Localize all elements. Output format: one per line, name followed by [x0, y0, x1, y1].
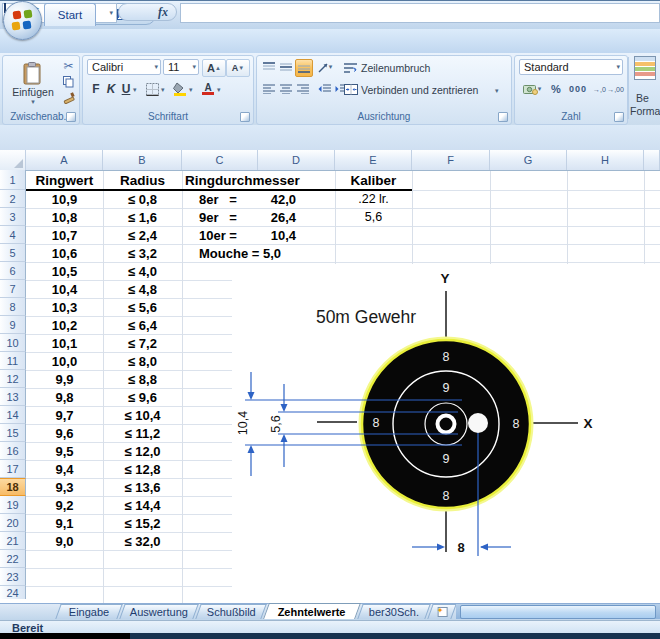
cell-radius[interactable]: ≤ 12,8 [103, 462, 182, 477]
cell-ringwert[interactable]: 9,6 [26, 426, 103, 441]
office-button[interactable] [3, 1, 42, 40]
copy-icon[interactable] [61, 75, 76, 89]
row-header[interactable]: 23 [0, 568, 26, 586]
select-all-corner[interactable] [0, 150, 26, 170]
cell-radius[interactable]: ≤ 14,4 [103, 498, 182, 513]
cell-radius[interactable]: ≤ 8,8 [103, 372, 182, 387]
row-header[interactable]: 2 [0, 190, 26, 208]
underline-dropdown-icon[interactable]: ▾ [133, 86, 137, 94]
alignment-dialog-launcher-icon[interactable] [498, 112, 508, 122]
cell-radius[interactable]: ≤ 6,4 [103, 318, 182, 333]
cell-ringwert[interactable]: 10,6 [26, 246, 103, 261]
worksheet-grid[interactable]: A B C D E F G H 1 2 3 4 5 6 7 8 9 10 11 … [0, 150, 660, 603]
header-ringwert[interactable]: Ringwert [26, 173, 103, 188]
align-right-icon[interactable] [295, 81, 311, 97]
row-header[interactable]: 11 [0, 352, 26, 370]
row-header[interactable]: 24 [0, 586, 26, 599]
merge-center-dropdown-icon[interactable]: ▾ [495, 87, 499, 95]
percent-button[interactable]: % [548, 81, 564, 97]
currency-button[interactable]: ▾ [519, 81, 545, 97]
cell-ringwert[interactable]: 10,9 [26, 192, 103, 207]
horizontal-scrollbar[interactable] [456, 604, 660, 619]
row-header[interactable]: 1 [0, 170, 26, 190]
merge-center-icon[interactable] [343, 82, 358, 96]
target-chart-object[interactable]: 50m Gewehr Y X 8 8 8 8 9 9 [232, 264, 660, 603]
align-left-icon[interactable] [261, 81, 277, 97]
cell-radius[interactable]: ≤ 32,0 [103, 534, 182, 549]
column-header-h[interactable]: H [567, 150, 644, 170]
column-header-d[interactable]: D [258, 150, 335, 170]
grow-font-button[interactable]: A▲ [202, 59, 226, 77]
wrap-text-label[interactable]: Zeilenumbruch [361, 62, 430, 74]
column-header-b[interactable]: B [103, 150, 182, 170]
borders-dropdown-icon[interactable]: ▾ [161, 86, 165, 94]
cell-radius[interactable]: ≤ 7,2 [103, 336, 182, 351]
cell-ringwert[interactable]: 9,0 [26, 534, 103, 549]
fill-color-dropdown-icon[interactable]: ▾ [189, 86, 193, 94]
cell-kaliber[interactable]: .22 lr. [335, 192, 412, 206]
paste-button[interactable]: Einfügen ▾ [6, 58, 60, 110]
column-header-f[interactable]: F [412, 150, 490, 170]
cell-radius[interactable]: ≤ 13,6 [103, 480, 182, 495]
table-row[interactable]: 10,8 ≤ 1,6 9er =26,4 5,6 [26, 208, 660, 226]
cell-ringwert[interactable]: 10,2 [26, 318, 103, 333]
format-painter-icon[interactable] [61, 91, 76, 105]
align-center-icon[interactable] [278, 81, 294, 97]
cut-icon[interactable]: ✂ [61, 59, 76, 73]
row-header[interactable]: 14 [0, 406, 26, 424]
row-header[interactable]: 19 [0, 496, 26, 514]
cell-radius[interactable]: ≤ 0,8 [103, 192, 182, 207]
header-radius[interactable]: Radius [103, 173, 182, 188]
row-header[interactable]: 17 [0, 460, 26, 478]
cell-ringwert[interactable]: 10,4 [26, 282, 103, 297]
cell-ringwert[interactable]: 10,3 [26, 300, 103, 315]
cell-ringdurchmesser[interactable]: 9er =26,4 [182, 210, 335, 225]
align-top-icon[interactable] [261, 59, 277, 75]
conditional-formatting-label-line1[interactable]: Be [636, 92, 649, 104]
row-header[interactable]: 22 [0, 550, 26, 568]
cell-ringwert[interactable]: 10,5 [26, 264, 103, 279]
row-header[interactable]: 4 [0, 226, 26, 244]
column-header-a[interactable]: A [26, 150, 103, 170]
table-row[interactable]: 10,9 ≤ 0,8 8er =42,0 .22 lr. [26, 190, 660, 208]
thousands-separator-button[interactable]: 000 [566, 81, 590, 97]
decrease-indent-icon[interactable] [316, 81, 332, 97]
cell-radius[interactable]: ≤ 9,6 [103, 390, 182, 405]
table-row[interactable]: 10,7 ≤ 2,4 10er =10,4 [26, 226, 660, 244]
ribbon-tab-start[interactable]: Start [44, 3, 96, 26]
sheet-tab-auswertung[interactable]: Auswertung [119, 604, 198, 619]
cell-radius[interactable]: ≤ 10,4 [103, 408, 182, 423]
scrollbar-thumb[interactable] [460, 605, 656, 619]
row-header[interactable]: 20 [0, 514, 26, 532]
cell-radius[interactable]: ≤ 15,2 [103, 516, 182, 531]
cell-radius[interactable]: ≤ 11,2 [103, 426, 182, 441]
row-header[interactable]: 10 [0, 334, 26, 352]
row-header[interactable]: 15 [0, 424, 26, 442]
column-header-i-partial[interactable] [644, 150, 660, 170]
header-ringdurchmesser[interactable]: Ringdurchmesser [182, 173, 335, 188]
borders-button[interactable] [143, 81, 161, 97]
sheet-tab-ber30sch[interactable]: ber30Sch. [357, 604, 430, 619]
table-row[interactable]: 10,6 ≤ 3,2 Mouche = 5,0 [26, 244, 660, 262]
header-kaliber[interactable]: Kaliber [335, 173, 412, 188]
cell-ringwert[interactable]: 9,5 [26, 444, 103, 459]
cell-ringdurchmesser[interactable]: 8er =42,0 [182, 192, 335, 207]
row-header[interactable]: 6 [0, 262, 26, 280]
clipboard-dialog-launcher-icon[interactable] [66, 112, 76, 122]
cell-ringwert[interactable]: 9,8 [26, 390, 103, 405]
cell-ringwert[interactable]: 10,1 [26, 336, 103, 351]
increase-decimal-button[interactable]: →,0 [592, 81, 607, 97]
font-color-dropdown-icon[interactable]: ▾ [217, 86, 221, 94]
row-header[interactable]: 21 [0, 532, 26, 550]
cell-ringwert[interactable]: 9,2 [26, 498, 103, 513]
row-header[interactable]: 9 [0, 316, 26, 334]
font-dialog-launcher-icon[interactable] [240, 112, 250, 122]
cell-radius[interactable]: ≤ 3,2 [103, 246, 182, 261]
conditional-formatting-icon[interactable] [634, 56, 656, 83]
align-bottom-icon[interactable] [295, 59, 313, 77]
row-header[interactable]: 16 [0, 442, 26, 460]
italic-button[interactable]: K [104, 81, 118, 97]
number-dialog-launcher-icon[interactable] [614, 112, 624, 122]
font-name-select[interactable]: Calibri ▾ [87, 59, 161, 75]
sheet-tab-schussbild[interactable]: Schußbild [195, 604, 266, 619]
